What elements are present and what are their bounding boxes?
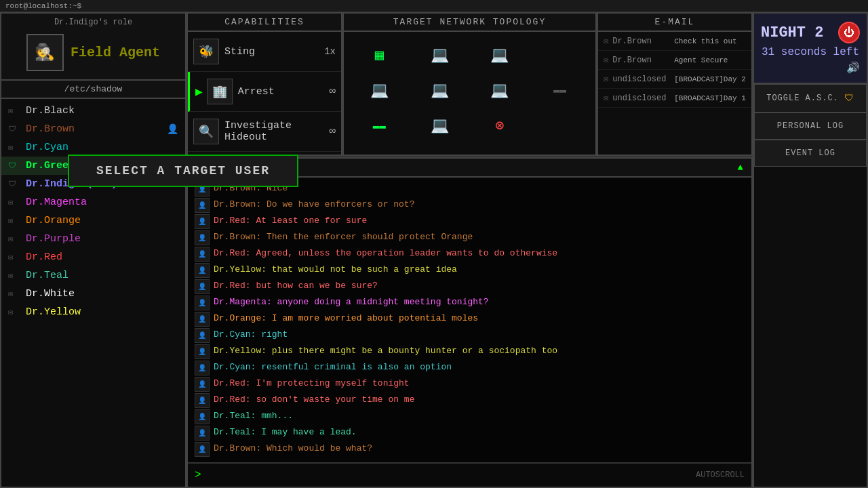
list-item[interactable]: ✉ Dr.Magenta — [1, 193, 185, 211]
event-log-label: EVENT LOG — [785, 148, 835, 158]
user-name: Dr.Purple — [26, 233, 81, 245]
message-text: Dr.Red: I'm protecting myself tonight — [214, 377, 410, 390]
msg-avatar-brown: 👤 — [195, 442, 210, 457]
msg-avatar-brown: 👤 — [195, 230, 210, 245]
msg-avatar-red: 👤 — [195, 279, 210, 294]
network-node: 💻 — [352, 75, 407, 105]
network-node: 💻 — [412, 111, 467, 141]
email-panel: E-MAIL ✉ Dr.Brown Check this out ✉ Dr.Br… — [597, 12, 753, 156]
message-text: Dr.Red: Agreed, unless the operation lea… — [214, 247, 557, 260]
network-node: ⊗ — [473, 111, 528, 141]
event-log-button[interactable]: EVENT LOG — [754, 140, 867, 167]
user-name: Dr.Black — [26, 105, 75, 117]
personal-log-label: PERSONAL LOG — [777, 121, 844, 131]
autoscroll-label: AUTOSCROLL — [696, 470, 745, 480]
email-title: E-MAIL — [598, 14, 751, 32]
network-grid: ▦ 💻 💻 💻 💻 💻 ▬▬ ▬▬ 💻 ⊗ — [344, 32, 595, 149]
night-top-row: NIGHT 2 ⏻ — [761, 22, 860, 43]
capability-investigate[interactable]: 🔍 Investigate Hideout ∞ — [188, 112, 341, 152]
field-agent-label: Field Agent — [71, 45, 160, 60]
right-panel: NIGHT 2 ⏻ 31 seconds left 🔊 TOGGLE A.S.C… — [753, 12, 868, 488]
sound-icon: 🔊 — [846, 61, 860, 75]
list-item[interactable]: 🛡 Dr.Brown 👤 — [1, 120, 185, 138]
terminal-input[interactable] — [205, 470, 696, 481]
terminal-line: 👤 Dr.Red: At least one for sure — [195, 214, 745, 229]
message-text: Dr.Brown: Then the enforcer should prote… — [214, 230, 473, 244]
email-from: undisclosed — [612, 75, 670, 84]
msg-avatar-teal: 👤 — [195, 426, 210, 441]
terminal-prompt-icon: > — [195, 469, 201, 481]
network-node: 💻 — [412, 40, 467, 70]
path-bar: /etc/shadow — [1, 81, 185, 99]
msg-avatar-brown: 👤 — [195, 198, 210, 213]
mail-icon: ✉ — [8, 270, 22, 281]
list-item[interactable]: ✉ Dr.Purple — [1, 230, 185, 248]
role-title: Dr.Indigo's role — [5, 18, 181, 27]
message-text: Dr.Brown: Do we have enforcers or not? — [214, 198, 414, 211]
terminal-line: 👤 Dr.Cyan: right — [195, 328, 745, 343]
person-icon: 👤 — [167, 123, 178, 135]
sting-icon: 🐝 — [193, 39, 219, 64]
network-node: ▬▬ — [532, 75, 587, 105]
message-text: Dr.Yellow: that would not be such a grea… — [214, 263, 457, 277]
msg-avatar-red: 👤 — [195, 393, 210, 408]
user-name: Dr.Cyan — [26, 142, 68, 153]
list-item[interactable]: ✉ Dr.Yellow — [1, 303, 185, 321]
terminal-line: 👤 Dr.Brown: Then the enforcer should pro… — [195, 230, 745, 245]
message-text: Dr.Teal: I may have a lead. — [214, 426, 357, 439]
list-item[interactable]: ✉ Dr.Teal — [1, 266, 185, 285]
mail-icon: ✉ — [8, 216, 22, 226]
email-item[interactable]: ✉ Dr.Brown Check this out — [598, 32, 751, 51]
email-subject: Check this out — [674, 37, 736, 45]
power-button[interactable]: ⏻ — [838, 22, 860, 43]
toggle-asc-label: TOGGLE A.S.C. — [766, 94, 839, 103]
middle-section: CAPABILITIES 🐝 Sting 1x ▶ 🏢 Arrest ∞ 🔍 I… — [186, 12, 753, 488]
main-layout: Dr.Indigo's role 🕵 Field Agent /etc/shad… — [0, 12, 868, 488]
list-item[interactable]: ✉ Dr.Red — [1, 248, 185, 266]
terminal-section: TERMINAL ▲ 👤 Dr.Brown: Nice 👤 Dr.Brown: … — [186, 157, 753, 488]
user-name: Dr.White — [26, 288, 75, 300]
top-bar: root@localhost:~$ — [0, 0, 868, 12]
msg-avatar-red: 👤 — [195, 247, 210, 262]
sound-row: 🔊 — [761, 61, 860, 75]
mail-icon: ✉ — [8, 197, 22, 207]
role-header: Dr.Indigo's role 🕵 Field Agent — [1, 14, 185, 81]
list-item[interactable]: ✉ Dr.Cyan — [1, 138, 185, 157]
cap-count: ∞ — [329, 85, 336, 98]
cap-name: Sting — [224, 46, 324, 58]
email-subject: [BROADCAST]Day 1 — [674, 94, 746, 102]
terminal-line: 👤 Dr.Orange: I am more worried about pot… — [195, 312, 745, 327]
network-panel: TARGET NETWORK TOPOLOGY ▦ 💻 💻 💻 💻 💻 ▬▬ ▬… — [342, 12, 597, 156]
terminal-line: 👤 Dr.Brown: Do we have enforcers or not? — [195, 198, 745, 213]
arrest-icon: 🏢 — [207, 79, 233, 104]
capability-sting[interactable]: 🐝 Sting 1x — [188, 32, 341, 72]
email-item[interactable]: ✉ undisclosed [BROADCAST]Day 1 — [598, 89, 751, 108]
right-buttons: TOGGLE A.S.C. 🛡 PERSONAL LOG EVENT LOG — [754, 84, 867, 167]
terminal-line: 👤 Dr.Red: so don't waste your time on me — [195, 393, 745, 408]
personal-log-button[interactable]: PERSONAL LOG — [754, 113, 867, 140]
list-item[interactable]: ✉ Dr.Black — [1, 102, 185, 120]
terminal-line: 👤 Dr.Teal: mmh... — [195, 409, 745, 424]
email-item[interactable]: ✉ undisclosed [BROADCAST]Day 2 — [598, 70, 751, 89]
network-node: 💻 — [473, 40, 528, 70]
network-node: 💻 — [412, 75, 467, 105]
capability-arrest[interactable]: ▶ 🏢 Arrest ∞ — [188, 72, 341, 112]
msg-avatar-yellow: 👤 — [195, 263, 210, 278]
msg-avatar-cyan: 👤 — [195, 361, 210, 375]
list-item[interactable]: ✉ Dr.White — [1, 285, 185, 303]
cap-count: 1x — [324, 46, 336, 57]
list-item[interactable]: ✉ Dr.Orange — [1, 211, 185, 230]
network-node: ▦ — [352, 40, 407, 70]
mail-icon: ✉ — [8, 142, 22, 152]
top-panels: CAPABILITIES 🐝 Sting 1x ▶ 🏢 Arrest ∞ 🔍 I… — [186, 12, 753, 157]
time-left: 31 seconds left — [761, 46, 860, 58]
toggle-asc-button[interactable]: TOGGLE A.S.C. 🛡 — [754, 84, 867, 113]
terminal-input-bar: > AUTOSCROLL — [188, 462, 751, 487]
select-target-label: SELECT A TARGET USER — [96, 164, 270, 178]
user-name: Dr.Teal — [26, 270, 68, 281]
network-node: ▬▬ — [352, 111, 407, 141]
network-node: 💻 — [473, 75, 528, 105]
cap-count: ∞ — [329, 125, 336, 138]
message-text: Dr.Red: so don't waste your time on me — [214, 393, 414, 407]
email-item[interactable]: ✉ Dr.Brown Agent Secure — [598, 51, 751, 70]
